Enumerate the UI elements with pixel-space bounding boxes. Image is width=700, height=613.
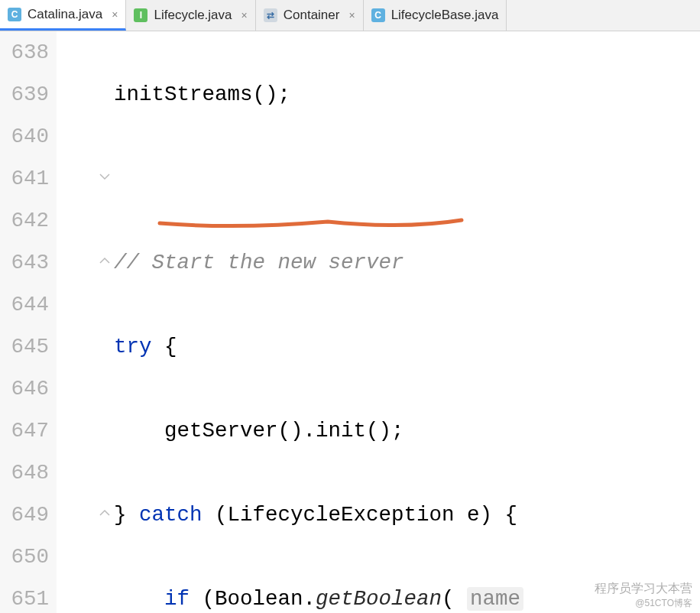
tab-container[interactable]: ⇄ Container × [256,0,364,31]
tab-bar: C Catalina.java × I Lifecycle.java × ⇄ C… [0,0,700,31]
keyword: if [164,587,190,611]
tab-label: LifecycleBase.java [391,8,499,23]
close-icon[interactable]: × [238,9,248,21]
tab-label: Container [284,8,340,23]
comment-text: // Start the new server [114,251,404,274]
keyword: catch [139,503,203,527]
code-line: if (Boolean.getBoolean( name [114,578,536,613]
interface-icon: I [134,8,147,22]
code-text: { [152,335,177,358]
code-line: } catch (LifecycleException e) { [114,494,536,536]
keyword: try [114,335,152,358]
container-icon: ⇄ [264,8,277,22]
line-number: 651 [0,578,49,613]
code-line: initStreams(); [114,73,536,115]
line-number: 650 [0,536,49,578]
code-line: try { [114,326,536,368]
method-call: getBoolean [316,587,442,611]
class-icon: C [8,8,21,21]
line-number: 638 [0,31,49,73]
watermark-sub: @51CTO博客 [595,597,692,610]
line-number: 643 [0,242,49,284]
close-icon[interactable]: × [109,8,118,21]
line-number: 642 [0,199,49,242]
line-number: 647 [0,410,49,452]
code-area[interactable]: initStreams(); // Start the new server t… [57,31,536,613]
param-hint: name [467,587,523,611]
tab-catalina[interactable]: C Catalina.java × [0,0,126,31]
watermark: 程序员学习大本营 @51CTO博客 [595,581,692,610]
tab-label: Lifecycle.java [154,8,232,23]
tab-label: Catalina.java [28,7,102,22]
underline-annotation [160,220,465,235]
line-gutter: 638 639 640 641 642 643 644 645 646 647 … [0,31,57,613]
class-icon: C [371,8,385,22]
line-number: 645 [0,326,49,368]
line-number: 649 [0,494,49,536]
code-text: (Boolean. [190,587,316,611]
code-line: getServer().init(); [114,410,536,452]
code-line: // Start the new server [114,242,536,284]
line-number: 640 [0,115,49,157]
watermark-text: 程序员学习大本营 [595,582,692,595]
line-number: 639 [0,73,49,115]
code-text: getServer().init(); [114,419,404,443]
tab-lifecyclebase[interactable]: C LifecycleBase.java [364,0,507,31]
line-number: 648 [0,452,49,494]
code-text: } [114,503,139,527]
tab-lifecycle[interactable]: I Lifecycle.java × [126,0,255,31]
code-line [114,157,536,199]
line-number: 641 [0,157,49,199]
line-number: 646 [0,368,49,410]
code-text: (LifecycleException e) { [203,503,518,527]
code-editor[interactable]: 638 639 640 641 642 643 644 645 646 647 … [0,31,700,613]
code-text: ( [442,587,467,611]
code-text: initStreams(); [114,83,290,106]
line-number: 644 [0,284,49,326]
close-icon[interactable]: × [345,9,355,21]
